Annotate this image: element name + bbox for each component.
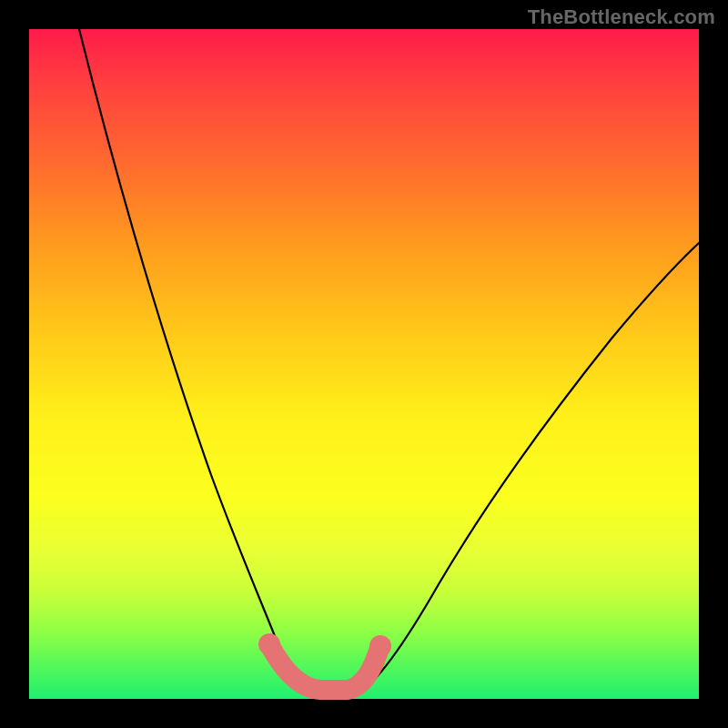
- chart-area: [29, 29, 699, 699]
- right-curve: [357, 243, 699, 694]
- chart-svg: [29, 29, 699, 699]
- highlight-left-dot: [258, 633, 280, 655]
- bottom-highlight: [270, 646, 379, 690]
- left-curve: [79, 29, 309, 694]
- stage: TheBottleneck.com: [0, 0, 728, 728]
- highlight-right-dot: [369, 635, 391, 657]
- watermark-text: TheBottleneck.com: [528, 5, 715, 29]
